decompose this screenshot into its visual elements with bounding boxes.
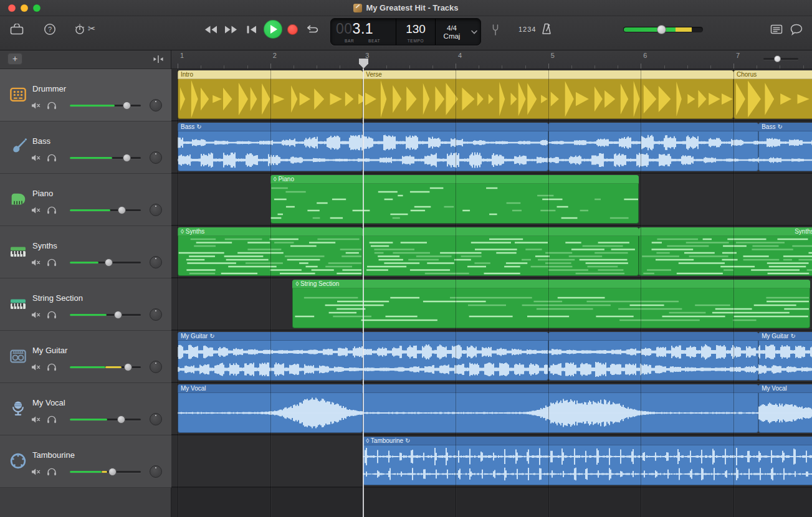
- region-label: Bass: [181, 123, 194, 131]
- volume-thumb[interactable]: [124, 363, 132, 371]
- volume-thumb[interactable]: [114, 311, 122, 319]
- volume-thumb[interactable]: [105, 258, 113, 267]
- pan-knob[interactable]: [150, 413, 162, 425]
- track-lane-bass: Bass↻Bass↻: [171, 121, 812, 174]
- pan-knob[interactable]: [150, 99, 162, 111]
- track-header-string-section[interactable]: String Section: [0, 278, 171, 331]
- region-label: My Guitar: [762, 332, 788, 341]
- lcd-key-section[interactable]: 4/4 Cmaj: [435, 19, 468, 45]
- editors-button[interactable]: ✂: [88, 23, 96, 34]
- mute-button[interactable]: [31, 363, 42, 371]
- track-header-piano[interactable]: Piano: [0, 174, 171, 226]
- ruler-tick: [386, 65, 387, 69]
- track-header-tambourine[interactable]: Tambourine: [0, 435, 171, 488]
- zoom-slider-thumb[interactable]: [774, 55, 781, 62]
- go-to-beginning-button[interactable]: [246, 25, 257, 34]
- level-meter: [70, 209, 110, 211]
- track-header-options-button[interactable]: [152, 55, 165, 66]
- track-header-bass[interactable]: Bass: [0, 121, 171, 174]
- region-my-vocal[interactable]: My Vocal: [758, 384, 812, 433]
- mute-button[interactable]: [31, 153, 42, 162]
- region-header: [548, 123, 759, 131]
- input-monitor-button[interactable]: [46, 101, 57, 110]
- track-header-my-guitar[interactable]: My Guitar: [0, 331, 171, 383]
- timeline-ruler[interactable]: 1234567: [171, 50, 812, 69]
- chat-button[interactable]: [790, 24, 803, 36]
- region-my-guitar[interactable]: My Guitar↻: [758, 332, 812, 381]
- volume-slider[interactable]: [70, 310, 141, 319]
- master-volume-thumb[interactable]: [657, 25, 666, 34]
- input-monitor-button[interactable]: [46, 258, 57, 267]
- volume-slider[interactable]: [70, 363, 141, 371]
- count-in-button[interactable]: 1234: [518, 26, 536, 33]
- mute-button[interactable]: [31, 206, 42, 214]
- region-segment-9[interactable]: [363, 227, 639, 276]
- volume-slider[interactable]: [70, 206, 141, 214]
- pan-knob[interactable]: [150, 256, 162, 268]
- volume-slider[interactable]: [70, 153, 141, 162]
- lcd-tempo-section[interactable]: 130 TEMPO: [396, 19, 435, 45]
- volume-slider[interactable]: [70, 415, 141, 424]
- lcd-display[interactable]: 003.1 BAR BEAT 130 TEMPO 4/4 Cmaj: [330, 18, 481, 45]
- document-icon: [353, 4, 362, 12]
- add-track-button[interactable]: +: [7, 53, 22, 65]
- notepad-button[interactable]: [770, 24, 783, 35]
- forward-button[interactable]: [224, 25, 238, 34]
- smart-controls-button[interactable]: [74, 23, 86, 36]
- headphones-icon: [47, 258, 57, 267]
- pan-knob[interactable]: [150, 465, 162, 478]
- track-name: Bass: [32, 136, 50, 146]
- sound-library-button[interactable]: [10, 24, 24, 35]
- quick-help-button[interactable]: ?: [44, 23, 56, 36]
- region-bass[interactable]: Bass↻: [758, 123, 812, 171]
- input-monitor-button[interactable]: [46, 415, 57, 424]
- volume-thumb[interactable]: [123, 154, 131, 162]
- region-segment-17[interactable]: [363, 384, 758, 433]
- volume-thumb[interactable]: [118, 206, 126, 214]
- mute-button[interactable]: [31, 101, 42, 110]
- tuner-button[interactable]: [491, 24, 500, 36]
- volume-thumb[interactable]: [117, 415, 125, 424]
- track-header-my-vocal[interactable]: My Vocal: [0, 383, 171, 435]
- master-volume-slider[interactable]: [623, 27, 703, 32]
- rewind-button[interactable]: [204, 25, 217, 34]
- mute-button[interactable]: [31, 310, 42, 319]
- volume-slider[interactable]: [70, 467, 141, 476]
- track-headers: Drummer Bass Piano: [0, 69, 171, 488]
- track-header-drummer[interactable]: Drummer: [0, 69, 171, 121]
- metronome-button[interactable]: [541, 22, 552, 36]
- mute-button[interactable]: [31, 467, 42, 476]
- play-button[interactable]: [264, 20, 282, 39]
- track-header-synths[interactable]: Synths: [0, 226, 171, 278]
- volume-slider[interactable]: [70, 101, 141, 110]
- track-name: String Section: [32, 293, 83, 303]
- cycle-button[interactable]: [304, 24, 319, 35]
- mute-button[interactable]: [31, 415, 42, 424]
- input-monitor-button[interactable]: [46, 363, 57, 371]
- input-monitor-button[interactable]: [46, 310, 57, 319]
- help-icon: ?: [44, 23, 56, 36]
- level-meter: [70, 471, 102, 473]
- volume-slider[interactable]: [70, 258, 141, 267]
- volume-thumb[interactable]: [123, 102, 131, 110]
- lcd-options-button[interactable]: [468, 19, 480, 45]
- piano-icon: [7, 189, 29, 210]
- pan-knob[interactable]: [150, 204, 162, 216]
- region-chorus[interactable]: Chorus: [733, 70, 812, 119]
- input-monitor-button[interactable]: [46, 467, 57, 476]
- record-button[interactable]: [287, 24, 298, 35]
- input-monitor-button[interactable]: [46, 206, 57, 214]
- mute-button[interactable]: [31, 258, 42, 267]
- region-piano[interactable]: ◊ Piano: [270, 175, 639, 224]
- region-tambourine[interactable]: ◊ Tambourine↻: [363, 437, 812, 485]
- pan-knob[interactable]: [150, 151, 162, 164]
- input-monitor-button[interactable]: [46, 153, 57, 162]
- volume-thumb[interactable]: [108, 468, 117, 476]
- region-synths[interactable]: Synths: [639, 227, 812, 276]
- ruler-tick: [803, 65, 804, 69]
- region-segment-14[interactable]: [548, 332, 759, 381]
- region-segment-5[interactable]: [548, 123, 759, 171]
- pan-knob[interactable]: [150, 361, 162, 373]
- pan-knob[interactable]: [150, 308, 162, 321]
- region-string-section[interactable]: ◊ String Section: [292, 280, 810, 328]
